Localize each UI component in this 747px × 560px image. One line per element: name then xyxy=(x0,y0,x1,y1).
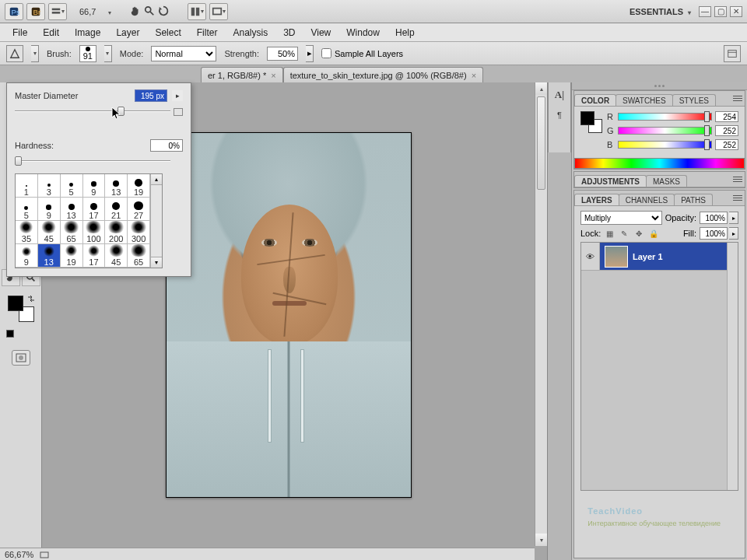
swap-colors-icon[interactable] xyxy=(26,294,36,303)
brush-preset[interactable]: 300 xyxy=(128,221,150,244)
brush-preset[interactable]: 45 xyxy=(105,244,128,268)
brush-preset[interactable]: 100 xyxy=(83,221,106,244)
brush-preset[interactable]: 5 xyxy=(61,174,83,198)
g-input[interactable] xyxy=(715,125,738,136)
tab-adjustments[interactable]: ADJUSTMENTS xyxy=(574,175,647,187)
menu-view[interactable]: View xyxy=(304,25,337,40)
bridge-icon[interactable]: Br xyxy=(26,3,45,20)
brush-preset[interactable]: 1 xyxy=(16,174,38,198)
doc-tab-2[interactable]: texture_to_skin_texture.jpg @ 100% (RGB/… xyxy=(283,67,483,82)
r-input[interactable] xyxy=(715,111,738,122)
brush-preset[interactable]: 65 xyxy=(128,244,150,268)
tab-masks[interactable]: MASKS xyxy=(646,175,687,187)
menu-image[interactable]: Image xyxy=(68,25,107,40)
visibility-eye-icon[interactable]: 👁 xyxy=(581,243,600,270)
hardness-slider[interactable] xyxy=(15,156,183,166)
brush-popup-flyout[interactable]: ▸ xyxy=(172,90,183,101)
menu-3d[interactable]: 3D xyxy=(277,25,301,40)
vertical-scrollbar[interactable]: ▴▾ xyxy=(535,82,547,546)
close-icon[interactable]: × xyxy=(271,71,275,80)
tab-swatches[interactable]: SWATCHES xyxy=(615,94,673,106)
r-slider[interactable] xyxy=(618,113,712,121)
hardness-input[interactable] xyxy=(150,139,183,152)
paragraph-panel-icon[interactable]: ¶ xyxy=(552,109,566,121)
status-icon[interactable] xyxy=(40,550,49,559)
master-diameter-input[interactable] xyxy=(135,89,167,102)
hand-tool-icon[interactable] xyxy=(130,5,141,18)
brush-picker-dropdown[interactable] xyxy=(104,45,112,62)
quick-mask-toggle[interactable] xyxy=(12,350,30,366)
toggle-panels-icon[interactable] xyxy=(724,45,741,62)
lock-position-icon[interactable]: ✥ xyxy=(633,228,644,239)
foreground-background-swatches[interactable] xyxy=(8,296,34,322)
brush-preset[interactable]: 13 xyxy=(105,174,128,198)
tab-channels[interactable]: CHANNELS xyxy=(619,194,675,205)
zoom-dropdown-icon[interactable] xyxy=(108,7,111,16)
brush-preset[interactable]: 200 xyxy=(105,221,128,244)
canvas[interactable] xyxy=(166,132,412,498)
workspace-switcher[interactable]: ESSENTIALS xyxy=(630,7,691,16)
reset-size-icon[interactable] xyxy=(174,108,183,116)
character-panel-icon[interactable]: A| xyxy=(552,89,566,101)
layer-thumbnail[interactable] xyxy=(605,246,628,268)
default-colors-icon[interactable] xyxy=(6,330,14,338)
sample-all-layers-checkbox[interactable]: Sample All Layers xyxy=(321,48,403,58)
menu-filter[interactable]: Filter xyxy=(191,25,224,40)
horizontal-scrollbar[interactable] xyxy=(78,548,535,560)
color-panel-swatches[interactable] xyxy=(580,111,602,133)
fill-flyout[interactable]: ▸ xyxy=(729,227,738,240)
close-icon[interactable]: × xyxy=(472,71,476,80)
maximize-button[interactable]: ▢ xyxy=(714,6,727,17)
brush-preset[interactable]: 13 xyxy=(61,198,83,221)
menu-layer[interactable]: Layer xyxy=(110,25,146,40)
brush-preset[interactable]: 5 xyxy=(16,198,38,221)
tab-styles[interactable]: STYLES xyxy=(672,94,716,106)
brush-preset[interactable]: 19 xyxy=(61,244,83,268)
brush-preset[interactable]: 9 xyxy=(16,244,38,268)
ps-icon[interactable]: Ps xyxy=(5,3,23,20)
brush-preset[interactable]: 45 xyxy=(38,221,61,244)
blend-mode-select[interactable]: Normal xyxy=(151,46,216,61)
brush-preset[interactable]: 65 xyxy=(61,221,83,244)
panel-menu-icon[interactable] xyxy=(733,193,742,202)
zoom-tool-icon[interactable] xyxy=(144,5,155,18)
minimize-button[interactable]: — xyxy=(699,6,711,17)
status-zoom[interactable]: 66,67% xyxy=(5,550,33,559)
fill-input[interactable] xyxy=(700,227,728,240)
strength-input[interactable] xyxy=(267,47,298,61)
brush-preset[interactable]: 17 xyxy=(83,198,106,221)
menu-help[interactable]: Help xyxy=(389,25,421,40)
brush-preset[interactable]: 13 xyxy=(38,244,61,268)
opacity-input[interactable] xyxy=(700,212,728,224)
close-button[interactable]: ✕ xyxy=(730,6,742,17)
tab-color[interactable]: COLOR xyxy=(574,94,616,106)
brush-preset[interactable]: 9 xyxy=(38,198,61,221)
screen-mode-icon[interactable] xyxy=(209,3,228,20)
lock-transparency-icon[interactable]: ▦ xyxy=(604,228,615,239)
brush-preset[interactable]: 17 xyxy=(83,244,106,268)
brush-preset[interactable]: 3 xyxy=(38,174,61,198)
layer-blend-mode-select[interactable]: Multiply xyxy=(580,211,662,225)
b-slider[interactable] xyxy=(618,141,712,149)
tab-paths[interactable]: PATHS xyxy=(674,194,713,205)
dock-gripper[interactable] xyxy=(572,82,747,90)
brush-preset[interactable]: 35 xyxy=(16,221,38,244)
tool-preset-dropdown[interactable] xyxy=(31,45,39,62)
strength-flyout[interactable]: ▸ xyxy=(306,45,314,62)
panel-menu-icon[interactable] xyxy=(733,174,742,184)
brush-preview[interactable]: 91 xyxy=(79,45,96,62)
lock-pixels-icon[interactable]: ✎ xyxy=(619,228,630,239)
presets-scrollbar[interactable]: ▴▾ xyxy=(150,174,162,268)
layer-name[interactable]: Layer 1 xyxy=(633,252,663,261)
zoom-level-label[interactable]: 66,7 xyxy=(75,7,100,16)
menu-edit[interactable]: Edit xyxy=(37,25,65,40)
doc-tab-1[interactable]: er 1, RGB/8#) *× xyxy=(201,67,283,82)
opacity-flyout[interactable]: ▸ xyxy=(729,212,738,224)
brush-preset[interactable]: 19 xyxy=(128,174,150,198)
b-input[interactable] xyxy=(715,139,738,150)
rotate-view-icon[interactable] xyxy=(158,5,169,18)
menu-file[interactable]: File xyxy=(6,25,33,40)
menu-select[interactable]: Select xyxy=(149,25,187,40)
menu-window[interactable]: Window xyxy=(340,25,386,40)
spectrum-ramp[interactable] xyxy=(574,158,745,169)
